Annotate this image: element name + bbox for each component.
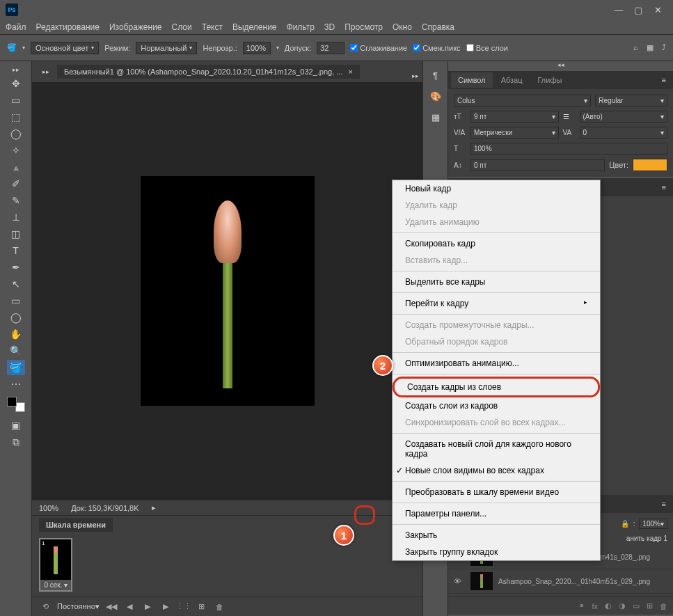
- artboard-tool[interactable]: ▭: [7, 93, 25, 108]
- screen-mode[interactable]: ⧉: [7, 434, 25, 450]
- lock-icon[interactable]: 🔒: [621, 520, 629, 528]
- rectangle-tool[interactable]: ▭: [7, 293, 25, 308]
- layer-row[interactable]: 👁 Ashampoo_Snap_2020..._01h40m51s_029_.p…: [448, 569, 673, 594]
- pen-tool[interactable]: ✒: [7, 260, 25, 275]
- layer-fx-icon[interactable]: fx: [592, 602, 598, 610]
- stamp-tool[interactable]: ⊥: [7, 210, 25, 225]
- cm-visible[interactable]: Новые слои видимы во всех кадрах: [393, 462, 600, 479]
- brush-tool[interactable]: ✎: [7, 193, 25, 208]
- swatches-panel-icon[interactable]: ▦: [429, 110, 443, 124]
- workspace-icon[interactable]: ▦: [647, 43, 654, 52]
- cm-optimize[interactable]: Оптимизировать анимацию...: [393, 355, 600, 372]
- group-icon[interactable]: ▭: [633, 601, 640, 610]
- path-select-tool[interactable]: ↖: [7, 276, 25, 292]
- tolerance-input[interactable]: 32: [317, 42, 345, 54]
- menu-help[interactable]: Справка: [422, 22, 454, 32]
- first-frame-button[interactable]: ◀◀: [105, 601, 118, 613]
- menu-image[interactable]: Изображение: [109, 22, 162, 32]
- eyedropper-tool[interactable]: ✐: [7, 176, 25, 191]
- link-layers-icon[interactable]: ⚭: [578, 601, 585, 610]
- delete-layer-icon[interactable]: 🗑: [660, 602, 667, 610]
- timeline-tab[interactable]: Шкала времени: [39, 518, 113, 532]
- tab-glyphs[interactable]: Глифы: [531, 72, 569, 88]
- font-size-select[interactable]: 9 пт▾: [470, 111, 559, 123]
- cm-copy-frame[interactable]: Скопировать кадр: [393, 235, 600, 252]
- char-panel-menu[interactable]: ≡: [658, 76, 670, 84]
- more-tools[interactable]: ⋯: [7, 377, 25, 392]
- menu-filter[interactable]: Фильтр: [287, 22, 315, 32]
- close-button[interactable]: ✕: [648, 3, 667, 17]
- toolbar-expand[interactable]: ▸▸: [7, 65, 25, 74]
- contiguous-checkbox[interactable]: Смеж.пикс: [413, 44, 460, 52]
- fill-source-select[interactable]: Основной цвет▾: [31, 42, 99, 54]
- cm-convert[interactable]: Преобразовать в шкалу времени видео: [393, 484, 600, 500]
- cm-flatten[interactable]: Создать слои из кадров: [393, 397, 600, 414]
- antialias-checkbox[interactable]: Сглаживание: [350, 44, 407, 52]
- move-tool[interactable]: ✥: [7, 76, 25, 91]
- loop-mode-select[interactable]: Постоянно▾: [57, 602, 100, 611]
- play-button[interactable]: ▶: [141, 601, 154, 613]
- cm-close[interactable]: Закрыть: [393, 527, 600, 544]
- font-style-select[interactable]: Regular▾: [595, 95, 667, 106]
- close-tab-icon[interactable]: ×: [348, 68, 352, 76]
- layer-mask-icon[interactable]: ◐: [605, 601, 612, 610]
- delete-frame-button[interactable]: 🗑: [214, 601, 226, 613]
- paint-bucket-tool[interactable]: 🪣: [7, 360, 25, 375]
- hand-tool[interactable]: ✋: [7, 326, 25, 342]
- ellipse-tool[interactable]: ◯: [7, 310, 25, 325]
- panel-collapse-icon[interactable]: ◂◂: [448, 61, 673, 71]
- visibility-icon[interactable]: 👁: [454, 577, 465, 585]
- leading-select[interactable]: (Авто)▾: [580, 111, 668, 123]
- kerning-select[interactable]: Метрически▾: [470, 127, 559, 139]
- opacity-input[interactable]: 100%: [243, 42, 271, 54]
- right-collapse[interactable]: ▸▸: [409, 72, 422, 79]
- quick-mask[interactable]: ▣: [7, 418, 25, 433]
- panel-expand-left[interactable]: ▸▸: [39, 68, 53, 75]
- marquee-tool[interactable]: ⬚: [7, 109, 25, 125]
- maximize-button[interactable]: ▢: [628, 3, 648, 17]
- minimize-button[interactable]: —: [609, 3, 628, 17]
- tab-paragraph[interactable]: Абзац: [494, 72, 530, 88]
- cm-new-frame[interactable]: Новый кадр: [393, 180, 600, 197]
- menu-layers[interactable]: Слои: [172, 22, 192, 32]
- loop-select[interactable]: ⟲: [39, 601, 52, 613]
- tab-character[interactable]: Символ: [451, 72, 493, 88]
- canvas[interactable]: [32, 82, 422, 500]
- zoom-level[interactable]: 100%: [39, 504, 58, 512]
- next-frame-button[interactable]: ▶: [159, 601, 172, 613]
- type-tool[interactable]: T: [7, 243, 25, 258]
- scale-input[interactable]: 100%: [470, 143, 667, 155]
- cm-close-group[interactable]: Закрыть группу вкладок: [393, 544, 600, 560]
- document-tab[interactable]: Безымянный1 @ 100% (Ashampoo_Snap_2020.1…: [57, 65, 360, 79]
- paragraph-panel-icon[interactable]: ¶: [429, 68, 443, 82]
- menu-3d[interactable]: 3D: [324, 22, 335, 32]
- color-swatch[interactable]: [7, 397, 25, 412]
- prev-frame-button[interactable]: ◀: [123, 601, 136, 613]
- adjustment-layer-icon[interactable]: ◑: [619, 601, 626, 610]
- color-panel-icon[interactable]: 🎨: [429, 89, 443, 103]
- cm-make-frames-from-layers[interactable]: Создать кадры из слоев: [393, 377, 600, 397]
- tracking-select[interactable]: 0▾: [580, 127, 668, 139]
- menu-file[interactable]: Файл: [6, 22, 26, 32]
- new-layer-icon[interactable]: ⊞: [647, 601, 653, 610]
- cm-panel-opts[interactable]: Параметры панели...: [393, 505, 600, 522]
- new-frame-button[interactable]: ⊞: [196, 601, 208, 613]
- layers-panel-menu[interactable]: ≡: [658, 500, 670, 508]
- cm-select-all[interactable]: Выделить все кадры: [393, 274, 600, 290]
- font-family-select[interactable]: Colus▾: [454, 95, 591, 106]
- cm-new-layer-frame[interactable]: Создавать новый слой для каждого нового …: [393, 436, 600, 462]
- zoom-tool[interactable]: 🔍: [7, 343, 25, 358]
- share-icon[interactable]: ⤴: [662, 43, 666, 52]
- blend-mode-select[interactable]: Нормальный▾: [136, 42, 197, 54]
- lasso-tool[interactable]: ◯: [7, 126, 25, 141]
- tween-button[interactable]: ⋮⋮: [177, 601, 190, 613]
- hidden-panel-menu[interactable]: ≡: [658, 183, 670, 191]
- menu-text[interactable]: Текст: [202, 22, 223, 32]
- animation-frame-1[interactable]: 0 сек.▾: [39, 538, 72, 592]
- cm-goto[interactable]: Перейти к кадру: [393, 295, 600, 312]
- magic-wand-tool[interactable]: ✧: [7, 143, 25, 158]
- frame-duration[interactable]: 0 сек.▾: [40, 580, 71, 590]
- text-color-swatch[interactable]: [633, 159, 667, 171]
- eraser-tool[interactable]: ◫: [7, 226, 25, 242]
- crop-tool[interactable]: ⟁: [7, 159, 25, 175]
